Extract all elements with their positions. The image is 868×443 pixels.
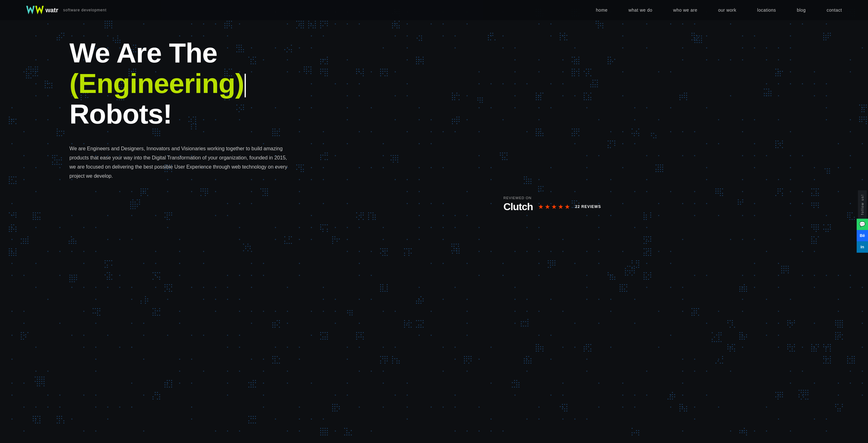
side-follow-bar: follow us! 💬 Bē in [857,190,868,253]
hero-title-line2: (Engineering) [69,68,798,99]
svg-text:watr: watr [45,7,58,13]
hero-section: We Are The (Engineering) Robots! We are … [0,0,868,443]
hero-title-line1: We Are The [69,38,798,68]
clutch-badge: REVIEWED ON Clutch ★ ★ ★ ★ ★ 22 REVIEWS [503,196,601,213]
star-3: ★ [551,203,557,211]
svg-marker-0 [26,6,35,14]
logo-area: watr software development [26,4,106,16]
cursor-blink [245,74,246,97]
nav-link-our-work[interactable]: our work [718,7,737,12]
nav-link-home[interactable]: home [596,7,608,12]
star-2: ★ [545,203,550,211]
logo-tagline: software development [63,8,106,12]
nav-link-what-we-do[interactable]: what we do [628,7,652,12]
main-nav: watr software development homewhat we do… [0,0,868,20]
whatsapp-icon[interactable]: 💬 [857,219,868,230]
watr-logo[interactable]: watr [26,4,60,16]
clutch-logo-text: Clutch [503,201,533,213]
clutch-row: Clutch ★ ★ ★ ★ ★ 22 REVIEWS [503,201,601,213]
star-1: ★ [538,203,544,211]
hero-description: We are Engineers and Designers, Innovato… [69,144,290,181]
clutch-reviews-count: 22 REVIEWS [575,204,601,209]
behance-icon[interactable]: Bē [857,230,868,241]
nav-link-contact[interactable]: contact [827,7,842,12]
hero-title-line3: Robots! [69,99,798,129]
hero-title: We Are The (Engineering) Robots! [69,38,798,129]
star-4: ★ [558,203,563,211]
linkedin-icon[interactable]: in [857,241,868,253]
nav-links: homewhat we dowho we areour worklocation… [596,7,842,13]
nav-link-blog[interactable]: blog [797,7,806,12]
svg-marker-1 [35,6,43,14]
nav-link-locations[interactable]: locations [757,7,776,12]
follow-label: follow us! [858,190,867,219]
star-5-half: ★ [564,203,570,211]
clutch-stars: ★ ★ ★ ★ ★ [538,203,570,211]
clutch-reviewed-on-label: REVIEWED ON [503,196,531,200]
nav-link-who-we-are[interactable]: who we are [673,7,698,12]
